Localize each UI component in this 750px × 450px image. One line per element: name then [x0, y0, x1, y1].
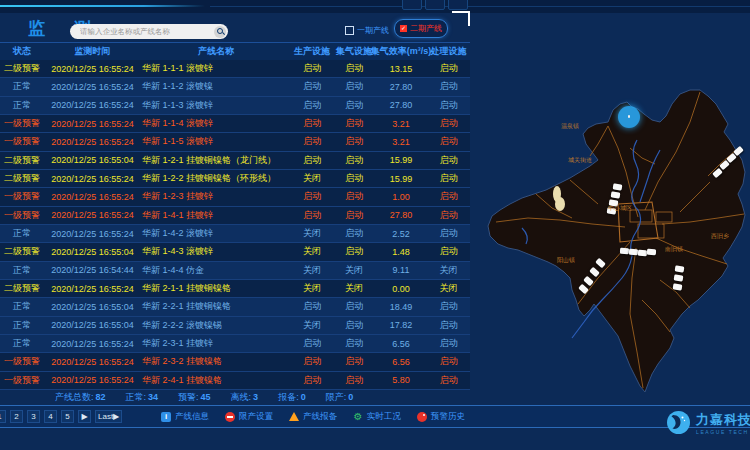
alarm-icon: [417, 412, 427, 422]
line-name-cell: 华新 1-4-4 仿金: [141, 262, 291, 279]
page-button[interactable]: 5: [61, 410, 74, 423]
status-cell: 正常: [0, 78, 44, 95]
time-cell: 2020/12/25 16:55:04: [44, 243, 141, 260]
map-base: [480, 52, 750, 400]
efficiency-cell: 6.56: [375, 353, 427, 370]
phase2-button[interactable]: ✓ 二期产线: [394, 19, 448, 38]
toolbar-button[interactable]: 产线信息: [161, 411, 209, 423]
time-cell: 2020/12/25 16:55:24: [44, 170, 141, 187]
table-row[interactable]: 二级预警2020/12/25 16:55:24华新 2-1-1 挂镀铜镍铬关闭关…: [0, 280, 470, 298]
production-facility-cell: 启动: [291, 115, 333, 132]
production-facility-cell: 启动: [291, 188, 333, 205]
column-header: 处理设施: [427, 43, 470, 60]
stat-item: 报备:0: [278, 391, 306, 404]
stat-label: 离线:: [231, 392, 252, 402]
efficiency-cell: 15.99: [375, 170, 427, 187]
line-name-cell: 华新 2-4-1 挂镀镍铬: [141, 372, 291, 389]
monitor-point-marker[interactable]: [647, 249, 656, 255]
line-name-cell: 华新 2-3-1 挂镀锌: [141, 335, 291, 352]
table-row[interactable]: 正常2020/12/25 16:55:04华新 2-2-2 滚镀镍锡关闭启动17…: [0, 317, 470, 335]
stat-value: 45: [201, 392, 211, 402]
monitor-point-marker[interactable]: [673, 283, 683, 290]
production-facility-cell: 启动: [291, 207, 333, 224]
gas-collection-cell: 关闭: [333, 280, 375, 297]
table-body: 二级预警2020/12/25 16:55:24华新 1-1-1 滚镀锌启动启动1…: [0, 60, 470, 390]
column-header: 集气设施: [333, 43, 375, 60]
time-cell: 2020/12/25 16:55:24: [44, 133, 141, 150]
table-row[interactable]: 正常2020/12/25 16:55:04华新 2-2-1 挂镀铜镍铬启动启动1…: [0, 298, 470, 316]
table-row[interactable]: 一级预警2020/12/25 16:55:24华新 2-4-1 挂镀镍铬启动启动…: [0, 372, 470, 390]
treatment-facility-cell: 启动: [427, 372, 470, 389]
efficiency-cell: 27.80: [375, 97, 427, 114]
production-facility-cell: 启动: [291, 298, 333, 315]
table-row[interactable]: 一级预警2020/12/25 16:55:24华新 1-4-1 挂镀锌启动启动2…: [0, 207, 470, 225]
alert-bubble-marker[interactable]: [618, 106, 640, 128]
page-button[interactable]: 1: [0, 410, 6, 423]
checkbox-empty-icon[interactable]: [345, 26, 354, 35]
table-row[interactable]: 一级预警2020/12/25 16:55:24华新 1-1-5 滚镀锌启动启动3…: [0, 133, 470, 151]
page-button[interactable]: 2: [10, 410, 23, 423]
gas-collection-cell: 关闭: [333, 262, 375, 279]
monitor-point-marker[interactable]: [620, 248, 629, 254]
time-cell: 2020/12/25 16:55:24: [44, 188, 141, 205]
toolbar-button[interactable]: 预警历史: [417, 411, 465, 423]
efficiency-cell: 13.15: [375, 60, 427, 77]
treatment-facility-cell: 启动: [427, 298, 470, 315]
table-row[interactable]: 一级预警2020/12/25 16:55:24华新 1-2-3 挂镀锌启动启动1…: [0, 188, 470, 206]
treatment-facility-cell: 启动: [427, 225, 470, 242]
efficiency-cell: 15.99: [375, 152, 427, 169]
monitor-point-marker[interactable]: [674, 274, 684, 281]
map-place-label: 城关街道: [568, 156, 592, 165]
production-facility-cell: 关闭: [291, 280, 333, 297]
district-map[interactable]: 温泉镇城关街道中心城区西旧乡阳山镇南旧镇: [480, 52, 750, 400]
next-page-button[interactable]: ▶: [78, 410, 91, 423]
table-row[interactable]: 正常2020/12/25 16:55:24华新 1-1-2 滚镀镍启动启动27.…: [0, 78, 470, 96]
stat-label: 报备:: [278, 392, 299, 402]
table-header: 状态监测时间产线名称生产设施集气设施集气效率(m³/s)处理设施: [0, 42, 470, 61]
phase1-checkbox[interactable]: 一期产线: [345, 25, 389, 36]
table-row[interactable]: 正常2020/12/25 16:55:24华新 1-4-2 滚镀锌关闭启动2.5…: [0, 225, 470, 243]
page-button[interactable]: 3: [27, 410, 40, 423]
table-row[interactable]: 二级预警2020/12/25 16:55:24华新 1-2-2 挂镀铜镍铬（环形…: [0, 170, 470, 188]
time-cell: 2020/12/25 16:55:24: [44, 78, 141, 95]
line-name-cell: 华新 1-4-1 挂镀锌: [141, 207, 291, 224]
stats-row: 产线总数:82正常:34预警:45离线:3报备:0限产:0: [55, 390, 353, 404]
search-input[interactable]: [70, 27, 214, 36]
search-box[interactable]: [70, 24, 228, 39]
production-facility-cell: 启动: [291, 133, 333, 150]
stat-value: 34: [148, 392, 158, 402]
ban-icon: [225, 412, 235, 422]
monitor-point-marker[interactable]: [675, 265, 685, 272]
line-name-cell: 华新 1-1-3 滚镀锌: [141, 97, 291, 114]
gas-collection-cell: 启动: [333, 133, 375, 150]
table-row[interactable]: 一级预警2020/12/25 16:55:24华新 2-3-2 挂镀镍铬启动启动…: [0, 353, 470, 371]
table-row[interactable]: 二级预警2020/12/25 16:55:24华新 1-1-1 滚镀锌启动启动1…: [0, 60, 470, 78]
last-page-button[interactable]: Last▶: [95, 410, 122, 423]
map-place-label: 西旧乡: [711, 232, 729, 241]
monitor-point-marker[interactable]: [613, 183, 623, 190]
time-cell: 2020/12/25 16:55:24: [44, 207, 141, 224]
table-row[interactable]: 二级预警2020/12/25 16:55:04华新 1-2-1 挂镀铜镍铬（龙门…: [0, 152, 470, 170]
page-button[interactable]: 4: [44, 410, 57, 423]
table-row[interactable]: 正常2020/12/25 16:55:24华新 2-3-1 挂镀锌启动启动6.5…: [0, 335, 470, 353]
table-row[interactable]: 一级预警2020/12/25 16:55:24华新 1-1-4 滚镀锌启动启动3…: [0, 115, 470, 133]
checkbox-checked-icon[interactable]: ✓: [400, 25, 407, 32]
toolbar-button[interactable]: 限产设置: [225, 411, 273, 423]
monitor-point-marker[interactable]: [638, 250, 647, 256]
bottom-toolbar: 12345▶Last▶ 产线信息限产设置产线报备实时工况预警历史: [0, 405, 750, 428]
table-row[interactable]: 正常2020/12/25 16:54:44华新 1-4-4 仿金关闭关闭9.11…: [0, 262, 470, 280]
status-cell: 一级预警: [0, 207, 44, 224]
logo-icon: [666, 410, 691, 435]
time-cell: 2020/12/25 16:55:04: [44, 317, 141, 334]
table-row[interactable]: 正常2020/12/25 16:55:24华新 1-1-3 滚镀锌启动启动27.…: [0, 97, 470, 115]
toolbar-button[interactable]: 产线报备: [289, 411, 337, 423]
status-cell: 正常: [0, 262, 44, 279]
search-icon[interactable]: [214, 26, 226, 38]
line-name-cell: 华新 1-4-3 滚镀锌: [141, 243, 291, 260]
time-cell: 2020/12/25 16:55:24: [44, 372, 141, 389]
monitor-point-marker[interactable]: [629, 249, 638, 255]
toolbar-button[interactable]: 实时工况: [353, 411, 401, 423]
deco-tab: [425, 0, 445, 10]
monitor-point-marker[interactable]: [611, 191, 621, 198]
table-row[interactable]: 二级预警2020/12/25 16:55:04华新 1-4-3 滚镀锌关闭启动1…: [0, 243, 470, 261]
